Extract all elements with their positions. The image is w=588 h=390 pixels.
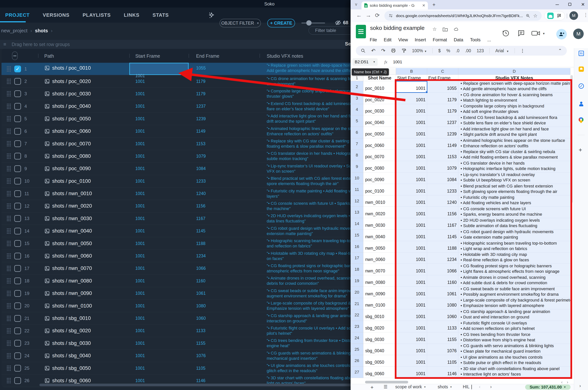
meet-caret-icon[interactable]: ▼ — [542, 32, 545, 35]
cell-start-27[interactable]: 1001 — [396, 367, 427, 378]
col-header-start[interactable]: Start Frame — [135, 53, 160, 59]
menu-edit[interactable]: Edit — [384, 37, 392, 43]
drag-handle-icon[interactable] — [6, 141, 11, 147]
tab-stats[interactable]: STATS — [153, 12, 169, 18]
tab-project[interactable]: PROJECT — [5, 12, 30, 18]
path-cell[interactable]: shots / poc_0100 — [38, 178, 129, 184]
row-checkbox[interactable] — [14, 278, 21, 284]
path-cell[interactable]: shots / nwn_0090 — [38, 291, 129, 296]
reload-button[interactable]: ⟳ — [375, 12, 380, 19]
cell-start-22[interactable]: 1001 — [396, 309, 427, 321]
menu-file[interactable]: File — [370, 37, 377, 43]
row-header-22[interactable]: 22 — [351, 309, 363, 321]
end-frame-cell[interactable]: 1146 — [189, 378, 260, 383]
search-icon[interactable] — [361, 48, 366, 53]
cell-end-6[interactable]: 1239 — [427, 127, 458, 138]
drag-handle-icon[interactable] — [6, 378, 11, 384]
sheet-tab-hil[interactable]: HIL — [463, 384, 472, 390]
cell-start-9[interactable]: 1001 — [396, 161, 427, 172]
sheet-vscrollbar[interactable] — [571, 75, 573, 203]
drag-handle-icon[interactable] — [6, 328, 11, 334]
cell-shot-nwn_0060[interactable]: nwn_0060 — [363, 252, 396, 264]
col-header-path[interactable]: Path — [44, 53, 54, 59]
row-checkbox[interactable] — [14, 228, 21, 235]
row-header-4[interactable]: 4 — [351, 104, 363, 116]
start-frame-cell[interactable]: 1001 — [129, 266, 189, 271]
column-header-C[interactable]: C — [427, 68, 458, 75]
all-sheets-button[interactable]: ☰ — [384, 384, 388, 390]
row-header-6[interactable]: 6 — [351, 127, 363, 138]
row-header-17[interactable]: 17 — [351, 252, 363, 264]
tab-versions[interactable]: VERSIONS — [43, 12, 70, 18]
drag-handle-icon[interactable] — [6, 191, 11, 197]
end-frame-cell[interactable]: 1055 — [189, 66, 260, 71]
cell-end-22[interactable]: 1060 — [427, 309, 458, 321]
row-header-24[interactable]: 24 — [351, 332, 363, 344]
maps-icon[interactable] — [579, 117, 584, 122]
select-all-checkbox[interactable] — [12, 51, 18, 60]
cell-notes-9[interactable]: • CG translator device in her hands• Hol… — [458, 161, 570, 172]
cell-shot-poc_0090[interactable]: poc_0090 — [363, 172, 396, 184]
cell-shot-sbg_0060[interactable]: sbg_0060 — [363, 367, 396, 378]
end-frame-cell[interactable]: 1167 — [189, 216, 260, 221]
cell-end-16[interactable]: 1188 — [427, 241, 458, 252]
cell-notes-13[interactable]: • CG console screens with future UI• Spa… — [458, 207, 570, 218]
cell-end-17[interactable]: 1234 — [427, 252, 458, 264]
cell-notes-23[interactable]: • Futuristic flight console UI overlays•… — [458, 321, 570, 332]
start-frame-cell[interactable]: 1001 — [129, 228, 189, 234]
row-header-21[interactable]: 21 — [351, 298, 363, 310]
cell-notes-20[interactable]: • CG sweat beads or subtle face anim imp… — [458, 287, 570, 298]
drag-handle-icon[interactable] — [6, 116, 11, 122]
cell-start-14[interactable]: 1001 — [396, 218, 427, 230]
path-cell[interactable]: shots / sbg_0020 — [38, 328, 129, 334]
row-header-11[interactable]: 11 — [351, 184, 363, 195]
breadcrumb-shots[interactable]: shots — [35, 28, 48, 34]
row-header-1[interactable]: 1 — [351, 75, 363, 81]
zoom-select[interactable]: 100% ▼ — [412, 48, 427, 53]
row-checkbox[interactable] — [14, 265, 21, 272]
row-header-23[interactable]: 23 — [351, 321, 363, 332]
cell-end-4[interactable]: 1179 — [427, 104, 458, 116]
drag-handle-icon[interactable] — [6, 215, 11, 221]
bookmark-star-icon[interactable]: ☆ — [533, 13, 538, 19]
path-cell[interactable]: shots / nwn_0080 — [38, 278, 129, 284]
cell-start-7[interactable]: 1001 — [396, 138, 427, 150]
sum-pill[interactable]: Sum: 107,431.00▼ — [525, 385, 571, 390]
breadcrumb-project[interactable]: new_project — [1, 28, 27, 34]
toolbar-collapse-icon[interactable]: ⌃ — [558, 48, 562, 53]
sheets-profile-avatar[interactable]: M — [573, 29, 584, 39]
cell-start-26[interactable]: 1001 — [396, 355, 427, 367]
end-frame-cell[interactable]: 1105 — [189, 366, 260, 371]
toolbar-more-icon[interactable]: ⋮ — [520, 48, 525, 53]
cell-end-5[interactable]: 1237 — [427, 115, 458, 127]
cell-c1[interactable]: End Frame — [427, 75, 458, 81]
cell-notes-6[interactable]: • Add interactive light glow on her hand… — [458, 127, 570, 138]
row-header-18[interactable]: 18 — [351, 264, 363, 275]
row-checkbox[interactable] — [14, 78, 21, 85]
cell-shot-poc_0020[interactable]: poc_0020 — [363, 93, 396, 104]
end-frame-cell[interactable]: 1188 — [189, 241, 260, 246]
row-header-9[interactable]: 9 — [351, 161, 363, 172]
path-cell[interactable]: shots / nwn_0060 — [38, 253, 129, 259]
end-frame-cell[interactable]: 1133 — [189, 328, 260, 333]
slider-knob[interactable] — [306, 20, 312, 26]
end-frame-cell[interactable]: 1145 — [189, 228, 260, 234]
drag-handle-icon[interactable] — [6, 303, 11, 309]
cell-start-5[interactable]: 1001 — [396, 115, 427, 127]
side-panel-expand-icon[interactable]: › — [579, 383, 581, 389]
cell-shot-poc_0100[interactable]: poc_0100 — [363, 184, 396, 195]
sheet-hscrollbar[interactable] — [365, 381, 408, 384]
cell-start-3[interactable]: 1001 — [396, 93, 427, 104]
drag-handle-icon[interactable] — [6, 91, 11, 97]
cell-start-10[interactable]: 1001 — [396, 172, 427, 184]
format-123[interactable]: 123 — [477, 48, 484, 53]
start-frame-cell[interactable]: 1001 — [129, 73, 189, 78]
drag-handle-icon[interactable] — [6, 178, 11, 184]
extension-icon[interactable] — [547, 13, 554, 19]
cell-shot-sbg_0040[interactable]: sbg_0040 — [363, 344, 396, 355]
start-frame-cell[interactable]: 1001 — [129, 129, 189, 134]
sparkle-icon[interactable] — [208, 12, 215, 19]
cell-shot-nwn_0100[interactable]: nwn_0100 — [363, 298, 396, 310]
cloud-status-icon[interactable] — [454, 27, 459, 31]
zoom-icon[interactable] — [526, 13, 530, 18]
